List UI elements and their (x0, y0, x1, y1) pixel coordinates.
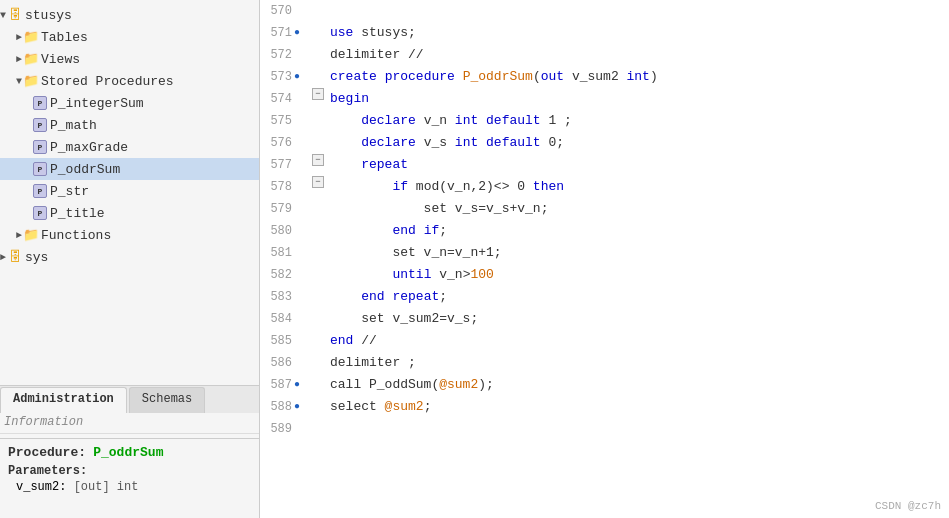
code-content[interactable]: if mod(v_n,2)<> 0 then (326, 176, 949, 198)
code-content[interactable]: until v_n>100 (326, 264, 949, 286)
code-content[interactable]: declare v_n int default 1 ; (326, 110, 949, 132)
code-content[interactable]: set v_n=v_n+1; (326, 242, 949, 264)
line-number: 588 (260, 396, 292, 418)
breakpoint-dot[interactable]: ● (292, 22, 302, 44)
database-icon: 🗄 (7, 249, 23, 265)
tree-item-functions[interactable]: ► 📁 Functions (0, 224, 259, 246)
database-icon: 🗄 (7, 7, 23, 23)
token-plain: mod(v_n,2)<> 0 (408, 179, 533, 194)
line-number: 581 (260, 242, 292, 264)
folder-icon: 📁 (23, 51, 39, 67)
token-kw: int (455, 135, 478, 150)
line-number: 580 (260, 220, 292, 242)
tree-arrow: ► (16, 32, 22, 43)
token-kw: default (486, 113, 541, 128)
token-plain: call P_oddSum( (330, 377, 439, 392)
line-number: 587 (260, 374, 292, 396)
tree-item-stored-procedures[interactable]: ▼ 📁 Stored Procedures (0, 70, 259, 92)
token-plain: set v_s=v_s+v_n; (330, 201, 548, 216)
token-kw: then (533, 179, 564, 194)
tree-item-p-title[interactable]: P P_title (0, 202, 259, 224)
code-content[interactable]: declare v_s int default 0; (326, 132, 949, 154)
code-content[interactable]: end repeat; (326, 286, 949, 308)
code-line: 570 (260, 0, 949, 22)
tree-item-p-integersum[interactable]: P P_integerSum (0, 92, 259, 114)
line-number: 586 (260, 352, 292, 374)
token-proc-name: P_oddrSum (463, 69, 533, 84)
code-line: 574−begin (260, 88, 949, 110)
code-content[interactable]: delimiter ; (326, 352, 949, 374)
code-content[interactable]: end // (326, 330, 949, 352)
collapse-button[interactable]: − (312, 88, 324, 100)
tree-item-stusys[interactable]: ▼ 🗄 stusys (0, 4, 259, 26)
code-line: 575 declare v_n int default 1 ; (260, 110, 949, 132)
token-kw: declare (361, 113, 416, 128)
token-plain: v_sum2 (564, 69, 626, 84)
token-plain: ; (439, 289, 447, 304)
token-plain (377, 69, 385, 84)
line-number: 578 (260, 176, 292, 198)
proc-icon: P (32, 183, 48, 199)
code-line: 580 end if; (260, 220, 949, 242)
token-kw: out (541, 69, 564, 84)
code-content[interactable]: set v_sum2=v_s; (326, 308, 949, 330)
line-number: 584 (260, 308, 292, 330)
proc-icon: P (32, 95, 48, 111)
code-content[interactable]: repeat (326, 154, 949, 176)
breakpoint-dot[interactable]: ● (292, 374, 302, 396)
code-line: 583 end repeat; (260, 286, 949, 308)
tree-item-p-oddrsum[interactable]: P P_oddrSum (0, 158, 259, 180)
tree-item-sys[interactable]: ► 🗄 sys (0, 246, 259, 268)
line-number: 570 (260, 0, 292, 22)
code-content[interactable]: select @sum2; (326, 396, 949, 418)
token-plain (330, 135, 361, 150)
collapse-button[interactable]: − (312, 154, 324, 166)
code-content[interactable]: set v_s=v_s+v_n; (326, 198, 949, 220)
line-number: 571 (260, 22, 292, 44)
code-content[interactable]: use stusys; (326, 22, 949, 44)
breakpoint-dot[interactable]: ● (292, 396, 302, 418)
param-row: v_sum2: [out] int (8, 480, 251, 494)
params-list: v_sum2: [out] int (8, 480, 251, 494)
tree-arrow: ► (16, 54, 22, 65)
tree-arrow: ▼ (0, 10, 6, 21)
code-line: 587●call P_oddSum(@sum2); (260, 374, 949, 396)
tree-arrow: ▼ (16, 76, 22, 87)
token-plain: set v_n=v_n+1; (330, 245, 502, 260)
collapse-button[interactable]: − (312, 176, 324, 188)
code-content[interactable]: delimiter // (326, 44, 949, 66)
token-plain (330, 223, 392, 238)
code-content[interactable]: call P_oddSum(@sum2); (326, 374, 949, 396)
line-number: 579 (260, 198, 292, 220)
line-number: 575 (260, 110, 292, 132)
breakpoint-dot[interactable]: ● (292, 66, 302, 88)
proc-label: Procedure: (8, 445, 86, 460)
code-content[interactable]: end if; (326, 220, 949, 242)
tree-item-label: stusys (25, 8, 72, 23)
tab-schemas[interactable]: Schemas (129, 387, 205, 413)
token-plain: delimiter // (330, 47, 424, 62)
token-kw: if (392, 179, 408, 194)
tree-item-tables[interactable]: ► 📁 Tables (0, 26, 259, 48)
proc-icon: P (32, 117, 48, 133)
line-number: 572 (260, 44, 292, 66)
code-content[interactable]: create procedure P_oddrSum(out v_sum2 in… (326, 66, 949, 88)
token-plain (330, 267, 392, 282)
code-line: 578− if mod(v_n,2)<> 0 then (260, 176, 949, 198)
proc-icon: P (32, 205, 48, 221)
tab-administration[interactable]: Administration (0, 387, 127, 413)
editor[interactable]: 570571●use stusys;572delimiter //573●cre… (260, 0, 949, 518)
tree-item-p-str[interactable]: P P_str (0, 180, 259, 202)
tree-item-p-math[interactable]: P P_math (0, 114, 259, 136)
tree-item-label: Functions (41, 228, 111, 243)
token-plain: v_n> (431, 267, 470, 282)
tree-item-label: P_str (50, 184, 89, 199)
code-line: 588●select @sum2; (260, 396, 949, 418)
code-line: 581 set v_n=v_n+1; (260, 242, 949, 264)
token-kw: end (361, 289, 384, 304)
code-content[interactable]: begin (326, 88, 949, 110)
tree-item-views[interactable]: ► 📁 Views (0, 48, 259, 70)
tree-item-p-maxgrade[interactable]: P P_maxGrade (0, 136, 259, 158)
token-num: 100 (470, 267, 493, 282)
line-number: 583 (260, 286, 292, 308)
